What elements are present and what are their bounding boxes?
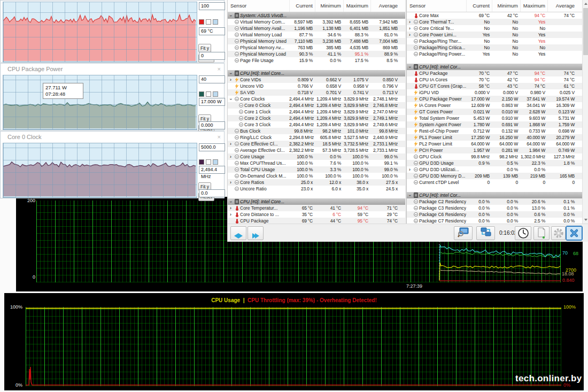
sensor-row[interactable]: Package C6 Residency0.0 %0.0 %0.6 %0.0 % bbox=[407, 211, 582, 218]
expand-toggle[interactable]: › bbox=[407, 25, 413, 32]
column-header[interactable]: Minimum bbox=[315, 0, 343, 12]
sensor-row[interactable]: ›Core VIDs0.809 V0.662 V1.075 V0.850 V bbox=[228, 76, 405, 83]
window-titlebar[interactable]: CPU Package Power × bbox=[1, 64, 224, 74]
current-value-box[interactable]: 17.000 W bbox=[199, 98, 225, 106]
current-value-box[interactable]: 2,494.4 MHz bbox=[199, 166, 225, 174]
column-header[interactable]: Current bbox=[289, 0, 315, 12]
sensor-row[interactable]: Package/Ring Critica...NoNoNo bbox=[407, 44, 582, 51]
sensor-row[interactable]: CPU IA Cores70 °C42 °C94 °C74 °C bbox=[407, 76, 582, 83]
sensor-row[interactable]: Virtual Memory Avail...1,196 MB1,138 MB6… bbox=[228, 25, 405, 32]
column-header[interactable]: Current bbox=[466, 0, 492, 12]
sensor-row[interactable]: Total System Power5.453 W0.910 W9.603 W5… bbox=[407, 115, 582, 121]
sensor-row[interactable]: ›Core Distance to ...35 °C6 °C59 °C29 °C bbox=[228, 211, 405, 218]
sensor-row[interactable]: Core 2 Clock2,494.4 MHz1,209.4 MHz3,829.… bbox=[228, 115, 405, 121]
line-color-swatch[interactable] bbox=[199, 91, 204, 97]
table-header[interactable]: SensorCurrentMinimumMaximumAverage bbox=[407, 0, 582, 12]
expand-toggle[interactable]: › bbox=[228, 179, 234, 186]
sensor-row[interactable]: CPU Package70 °C47 °C94 °C74 °C bbox=[407, 70, 582, 76]
nav-next-button[interactable] bbox=[247, 226, 264, 240]
line-color-swatch[interactable] bbox=[199, 19, 204, 25]
sensor-row[interactable]: CPU Package Power17.000 W2.150 W37.641 W… bbox=[407, 96, 582, 102]
column-header[interactable]: Sensor bbox=[407, 0, 466, 12]
sensor-row[interactable]: Average Effective Cl...2,382.2 MHz57.3 M… bbox=[228, 147, 405, 153]
scroll-up-icon[interactable] bbox=[583, 0, 588, 7]
sensor-row[interactable]: Virtual Memory Load87.7 %34.6 %88.3 %81.… bbox=[228, 32, 405, 38]
expand-toggle[interactable]: › bbox=[228, 96, 234, 102]
grid-color-swatch[interactable] bbox=[213, 91, 218, 97]
sensor-row[interactable]: Core 1 Clock2,494.4 MHz1,209.4 MHz3,829.… bbox=[228, 109, 405, 115]
expand-toggle[interactable]: › bbox=[228, 205, 234, 211]
sensor-row[interactable]: Virtual Memory Com...8,597 MB3,392 MB8,6… bbox=[228, 19, 405, 25]
sensor-row[interactable]: ›Core Power Limi...YesNoYes bbox=[407, 32, 582, 38]
bg-color-swatch[interactable] bbox=[206, 159, 211, 165]
current-value-box[interactable]: 69 °C bbox=[199, 27, 225, 35]
expand-toggle[interactable]: › bbox=[228, 70, 234, 76]
nav-prev-button[interactable] bbox=[230, 226, 246, 240]
scale-max-input[interactable]: 100 bbox=[199, 2, 225, 10]
sensor-row[interactable]: PL2 Power Limit64.000 W64.000 W64.000 W6… bbox=[407, 141, 582, 147]
sensor-row[interactable]: ›Core Usage100.0 %0.0 %100.0 %99.0 % bbox=[228, 153, 405, 160]
close-sensors-button[interactable] bbox=[566, 226, 582, 240]
expand-toggle[interactable]: › bbox=[407, 192, 413, 198]
expand-toggle[interactable]: › bbox=[228, 12, 234, 19]
sensor-row[interactable]: System Agent Power1.780 W0.691 W1.868 W1… bbox=[407, 121, 582, 128]
scale-max-input[interactable]: 40 bbox=[199, 75, 225, 83]
sensor-group-row[interactable]: ›CPU [#0]: Intel Cor... bbox=[407, 64, 582, 70]
expand-toggle[interactable]: › bbox=[228, 198, 234, 205]
sensor-row[interactable]: Page File Usage15.9 %0.0 %17.5 %8.5 % bbox=[228, 57, 405, 64]
sensor-row[interactable]: Total CPU Usage100.0 %3.3 %100.0 %99.0 % bbox=[228, 166, 405, 173]
expand-toggle[interactable]: › bbox=[228, 76, 234, 83]
sensor-row[interactable]: Core 0 Clock2,494.4 MHz1,209.4 MHz3,829.… bbox=[228, 102, 405, 109]
scale-max-input[interactable]: 5000.0 bbox=[199, 143, 225, 151]
table-header[interactable]: SensorCurrentMinimumMaximumAverage bbox=[228, 0, 405, 12]
scale-min-input[interactable]: 0.000 bbox=[199, 121, 225, 129]
sensor-row[interactable]: GPU Clock99.8 MHz98.2 MHz1,302.0 MHz127.… bbox=[407, 153, 582, 160]
sensor-row[interactable]: SA VID0.718 V0.701 V0.741 V0.713 V bbox=[228, 89, 405, 96]
expand-toggle[interactable]: › bbox=[407, 166, 413, 173]
graph-plot[interactable]: 27.711 W 07:28:48 bbox=[3, 75, 197, 130]
sensor-row[interactable]: Package/Ring Power...YesNoYes bbox=[407, 51, 582, 57]
sensor-row[interactable]: Core 3 Clock2,494.4 MHz1,209.4 MHz3,829.… bbox=[228, 121, 405, 128]
expand-toggle[interactable]: › bbox=[407, 19, 413, 25]
column-header[interactable]: Sensor bbox=[228, 0, 289, 12]
network-share-button[interactable] bbox=[476, 226, 495, 240]
graph-plot[interactable] bbox=[3, 2, 197, 63]
sensor-row[interactable]: Physical Memory Used7,110 MB3,238 MB7,48… bbox=[228, 38, 405, 44]
sensor-row[interactable]: Package/Ring Ther...NoNoYes bbox=[407, 38, 582, 44]
scale-min-input[interactable]: 0 bbox=[199, 52, 225, 60]
bg-color-swatch[interactable] bbox=[206, 19, 211, 25]
sensor-row[interactable]: Max CPU/Thread Us...100.0 %7.6 %100.0 %9… bbox=[228, 160, 405, 166]
sensor-row[interactable]: ›Core Temperatur...65 °C41 °C94 °C71 °C bbox=[228, 205, 405, 211]
sensor-group-row[interactable]: ›System: ASUS VivoB... bbox=[228, 12, 405, 19]
sensor-row[interactable]: CPU Package69 °C44 °C95 °C74 °C bbox=[228, 218, 405, 224]
sensor-row[interactable]: ›GPU D3D Utilizati...0.0 %0.0 % bbox=[407, 166, 582, 173]
sensor-row[interactable]: GT Cores Power0.021 W0.010 W2.628 W0.123… bbox=[407, 109, 582, 115]
sensor-row[interactable]: GPU D3D Memory D...209 MB139 MB219 MB165… bbox=[407, 173, 582, 179]
sensor-row[interactable]: ›Core Effective Cl...2,382.2 MHz18.5 MHz… bbox=[228, 141, 405, 147]
sensor-row[interactable]: Physical Memory Load90.3 %41.1 %95.1 %88… bbox=[228, 51, 405, 57]
sensor-row[interactable]: CPU GT Cores (Grap...58 °C43 °C74 °C61 °… bbox=[407, 83, 582, 89]
sensor-group-row[interactable]: ›CPU [#0]: Intel Core... bbox=[228, 70, 405, 76]
graph-plot[interactable] bbox=[3, 143, 197, 198]
sensor-row[interactable]: ›Core Thermal T...NoNoYes bbox=[407, 19, 582, 25]
column-header[interactable]: Maximum bbox=[520, 0, 547, 12]
sensor-row[interactable]: Physical Memory Av...763 MB385 MB4,635 M… bbox=[228, 44, 405, 51]
expand-toggle[interactable]: › bbox=[407, 64, 413, 70]
sensor-row[interactable]: Uncore VID0.766 V0.658 V0.958 V0.796 V bbox=[228, 83, 405, 89]
sensor-row[interactable]: Package C2 Residency0.0 %0.0 %20.6 %0.1 … bbox=[407, 198, 582, 205]
column-header[interactable]: Average bbox=[547, 0, 577, 12]
sensor-row[interactable]: IA Cores Power12.609 W0.863 W34.041 W16.… bbox=[407, 102, 582, 109]
expand-toggle[interactable]: › bbox=[407, 32, 413, 38]
sensor-row[interactable]: Bus Clock99.8 MHz98.2 MHz101.0 MHz99.8 M… bbox=[228, 128, 405, 134]
sensor-row[interactable]: iGPU VID0.000 V0.000 V0.980 V0.025 V bbox=[407, 89, 582, 96]
sensor-row[interactable]: PL1 Power Limit17.250 W16.250 W40.000 W2… bbox=[407, 134, 582, 141]
window-titlebar[interactable]: Core 0 Clock × bbox=[1, 132, 224, 142]
settings-button[interactable] bbox=[551, 226, 566, 240]
column-header[interactable]: Maximum bbox=[343, 0, 370, 12]
sensor-row[interactable]: ›Core Clocks2,494.4 MHz1,209.4 MHz3,829.… bbox=[228, 96, 405, 102]
sensor-row[interactable]: Core Max69 °C42 °C94 °C74 °C bbox=[407, 12, 582, 19]
grid-color-swatch[interactable] bbox=[213, 159, 218, 165]
sensor-row[interactable]: Uncore Ratio23.0 x6.0 x35.0 x24.5 x bbox=[228, 186, 405, 192]
fit-y-button[interactable]: Fit y bbox=[198, 44, 211, 52]
sensor-row[interactable]: Package C7 Residency0.0 %0.0 %2.5 %0.0 % bbox=[407, 218, 582, 224]
